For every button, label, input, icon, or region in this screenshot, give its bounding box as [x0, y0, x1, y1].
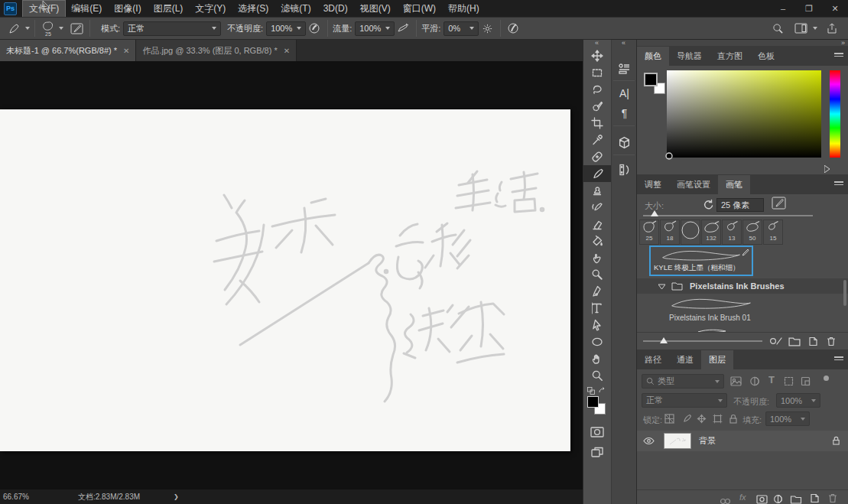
brush-preset[interactable]: 50 [742, 219, 762, 245]
quick-mask-button[interactable] [583, 424, 611, 441]
menu-view[interactable]: 视图(V) [354, 1, 397, 17]
new-layer-icon[interactable] [810, 493, 820, 504]
brush-size-slider[interactable] [643, 215, 813, 216]
flow-dropdown[interactable]: 100% [355, 21, 395, 36]
filter-pixel-layers-icon[interactable] [730, 376, 742, 389]
menu-edit[interactable]: 编辑(E) [65, 1, 108, 17]
menu-layer[interactable]: 图层(L) [148, 1, 190, 17]
tab-brush-settings[interactable]: 画笔设置 [669, 175, 718, 194]
layer-opacity-dropdown[interactable]: 100% [776, 393, 820, 408]
toggle-brush-settings-panel-icon[interactable] [772, 197, 786, 213]
toggle-brush-settings-icon[interactable] [68, 20, 85, 37]
minimize-button[interactable]: – [770, 0, 796, 17]
tab-histogram[interactable]: 直方图 [710, 47, 750, 66]
document-tab-artwork[interactable]: 作品.jpg @ 33.3% (图层 0, RGB/8) * ✕ [136, 40, 297, 61]
layer-styles-fx-icon[interactable]: fx [739, 493, 746, 502]
close-button[interactable]: ✕ [822, 0, 848, 17]
pressure-size-icon[interactable] [505, 20, 522, 37]
brush-preset[interactable]: 25 [639, 219, 659, 245]
lock-transparent-icon[interactable] [664, 413, 674, 427]
screen-mode-button[interactable] [583, 444, 611, 460]
tab-close-icon[interactable]: ✕ [284, 47, 290, 55]
brush-tool[interactable] [583, 165, 611, 182]
new-brush-group-icon[interactable] [788, 336, 801, 350]
foreground-color-swatch[interactable] [587, 396, 599, 408]
brush-preset[interactable]: 13 [722, 219, 742, 245]
lock-pixels-icon[interactable] [681, 413, 691, 427]
restore-button[interactable]: ❐ [796, 0, 822, 17]
character-panel-icon[interactable]: A| [612, 83, 637, 103]
filter-type-layers-icon[interactable]: T [768, 374, 775, 385]
clone-stamp-tool[interactable] [583, 182, 611, 199]
shape-tool[interactable] [583, 333, 611, 350]
filter-adjustment-layers-icon[interactable] [749, 376, 760, 389]
smoothing-gear-icon[interactable] [479, 20, 495, 37]
opacity-dropdown[interactable]: 100% [266, 21, 306, 36]
timeline-panel-icon[interactable] [612, 160, 637, 180]
saturation-brightness-field[interactable] [667, 70, 821, 158]
filter-toggle-dot[interactable] [824, 376, 829, 381]
foreground-background-swatches[interactable] [586, 396, 609, 418]
tab-layers[interactable]: 图层 [701, 350, 733, 369]
menu-filter[interactable]: 滤镜(T) [275, 1, 317, 17]
filter-shape-layers-icon[interactable] [784, 376, 794, 389]
panel-fg-bg-swatches[interactable] [644, 73, 670, 99]
brush-stroke-preview-icon[interactable] [768, 336, 782, 350]
delete-layer-icon[interactable] [828, 493, 837, 504]
crop-tool[interactable] [583, 115, 611, 132]
pressure-opacity-icon[interactable]: svg *{stroke:#cfcfcf;fill:none} [306, 20, 323, 37]
zoom-level[interactable]: 66.67% [3, 493, 29, 501]
panel-foreground-swatch[interactable] [644, 73, 658, 86]
workspace-switcher-icon[interactable] [792, 20, 809, 37]
zoom-tool[interactable] [583, 367, 611, 384]
smudge-tool[interactable] [583, 249, 611, 266]
tab-channels[interactable]: 通道 [669, 350, 701, 369]
move-tool[interactable] [583, 47, 611, 64]
collapse-toolbar-icon[interactable]: « [583, 40, 611, 47]
link-layers-icon[interactable] [720, 494, 731, 504]
mode-dropdown[interactable]: 正常 [123, 21, 221, 36]
menu-window[interactable]: 窗口(W) [397, 1, 442, 17]
3d-panel-icon[interactable] [612, 132, 637, 152]
folder-expand-chevron-icon[interactable] [658, 284, 665, 289]
search-icon[interactable] [769, 20, 786, 37]
document-canvas[interactable] [0, 109, 570, 451]
menu-3d[interactable]: 3D(D) [317, 2, 354, 15]
layer-filter-dropdown[interactable]: 类型 [642, 374, 724, 389]
lock-all-icon[interactable] [729, 413, 738, 427]
menu-image[interactable]: 图像(I) [108, 1, 147, 17]
brush-size-input[interactable]: 25 像素 [716, 198, 764, 212]
tab-swatches[interactable]: 色板 [750, 47, 782, 66]
menu-help[interactable]: 帮助(H) [442, 1, 486, 17]
brush-picker-chevron-icon[interactable] [59, 27, 63, 30]
add-layer-mask-icon[interactable] [756, 493, 768, 504]
tab-color[interactable]: 颜色 [637, 47, 669, 66]
marquee-tool[interactable] [583, 64, 611, 81]
type-tool[interactable] [583, 300, 611, 317]
airbrush-icon[interactable] [395, 20, 411, 37]
collapse-dock-icon[interactable]: « [612, 40, 636, 47]
fill-dropdown[interactable]: 100% [765, 411, 810, 426]
lasso-tool[interactable] [583, 81, 611, 98]
history-brush-tool[interactable] [583, 199, 611, 216]
dodge-tool[interactable] [583, 266, 611, 283]
canvas-workspace[interactable] [0, 61, 583, 489]
new-adjustment-layer-icon[interactable] [773, 493, 783, 504]
hue-slider-pointer[interactable] [824, 165, 830, 173]
menu-select[interactable]: 选择(S) [232, 1, 275, 17]
layer-thumbnail[interactable] [664, 433, 691, 449]
default-swap-colors[interactable] [583, 387, 611, 395]
blend-mode-dropdown[interactable]: 正常 [642, 393, 727, 408]
lock-artboard-icon[interactable] [713, 413, 723, 427]
spot-healing-tool[interactable] [583, 148, 611, 165]
filter-smart-objects-icon[interactable] [801, 376, 811, 389]
path-selection-tool[interactable] [583, 317, 611, 333]
tab-adjustments[interactable]: 调整 [637, 175, 669, 194]
quick-selection-tool[interactable] [583, 98, 611, 115]
brushes-scrollbar[interactable] [843, 280, 846, 306]
gradient-tool[interactable] [583, 232, 611, 249]
eraser-tool[interactable] [583, 216, 611, 232]
new-group-icon[interactable] [790, 493, 802, 504]
reset-size-icon[interactable] [703, 199, 714, 213]
layer-visibility-eye-icon[interactable] [643, 434, 655, 448]
